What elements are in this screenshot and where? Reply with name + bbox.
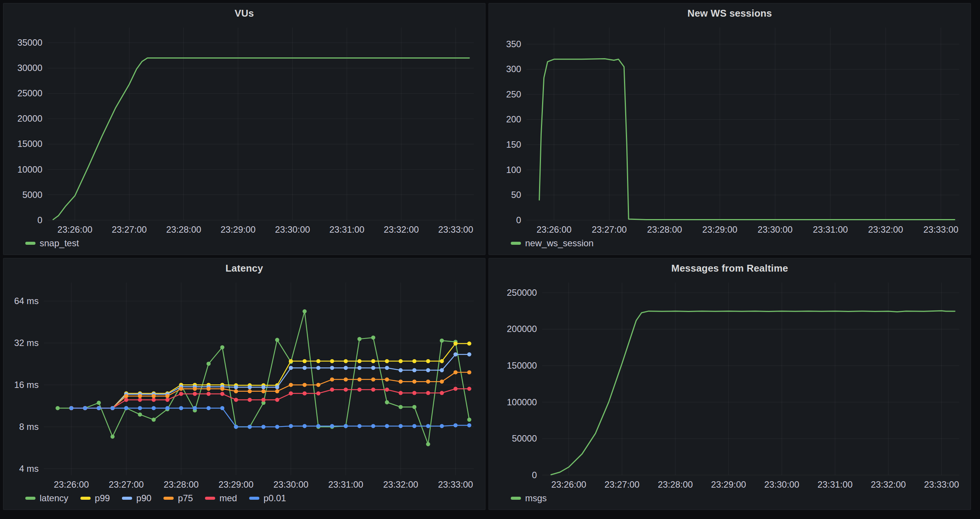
svg-text:8 ms: 8 ms [19,422,39,432]
grafana-dashboard: VUs 050001000015000200002500030000350002… [0,0,974,513]
legend-vus: snap_test [3,238,485,255]
svg-text:23:26:00: 23:26:00 [57,225,92,235]
svg-text:23:26:00: 23:26:00 [551,480,586,490]
panel-latency: Latency 4 ms8 ms16 ms32 ms64 ms23:26:002… [3,258,485,510]
legend-item-p99[interactable]: p99 [80,493,110,503]
svg-text:23:30:00: 23:30:00 [275,225,310,235]
legend-label: p0.01 [264,493,286,503]
svg-text:32 ms: 32 ms [14,338,38,348]
svg-text:50: 50 [511,190,521,200]
svg-text:50000: 50000 [512,433,537,444]
svg-text:23:27:00: 23:27:00 [592,225,627,235]
svg-text:300: 300 [506,64,521,74]
panel-title-new-ws-sessions[interactable]: New WS sessions [489,3,970,23]
legend-swatch-icon [25,497,35,500]
panel-title-latency[interactable]: Latency [3,259,485,278]
svg-text:15000: 15000 [18,139,42,149]
svg-text:23:29:00: 23:29:00 [221,225,256,235]
legend-item-snap-test[interactable]: snap_test [25,238,79,249]
svg-text:23:32:00: 23:32:00 [384,225,419,235]
svg-text:35000: 35000 [18,37,42,48]
legend-swatch-icon [205,497,215,500]
legend-label: p99 [95,493,110,503]
legend-item-med[interactable]: med [205,493,237,503]
svg-text:30000: 30000 [18,63,42,73]
svg-text:23:32:00: 23:32:00 [383,480,418,490]
legend-item-latency[interactable]: latency [25,493,68,503]
legend-swatch-icon [164,497,173,500]
svg-text:23:29:00: 23:29:00 [702,225,737,235]
svg-text:0: 0 [516,215,521,225]
svg-text:250000: 250000 [507,287,537,298]
svg-text:200000: 200000 [507,324,537,334]
svg-text:23:31:00: 23:31:00 [818,480,853,490]
chart-vus[interactable]: 0500010000150002000025000300003500023:26… [3,23,485,238]
svg-text:150000: 150000 [507,360,537,370]
svg-text:5000: 5000 [22,190,42,200]
svg-text:23:31:00: 23:31:00 [813,225,848,235]
svg-text:150: 150 [506,139,521,150]
svg-text:23:30:00: 23:30:00 [764,480,800,490]
legend-swatch-icon [511,242,521,245]
svg-text:23:31:00: 23:31:00 [328,480,364,490]
svg-text:23:27:00: 23:27:00 [109,480,144,490]
svg-text:100000: 100000 [507,397,537,407]
svg-text:16 ms: 16 ms [14,380,38,390]
svg-text:23:28:00: 23:28:00 [166,225,201,235]
chart-new-ws-sessions[interactable]: 05010015020025030035023:26:0023:27:0023:… [489,23,970,238]
chart-messages-from-realtime[interactable]: 05000010000015000020000025000023:26:0023… [489,278,970,493]
svg-text:23:29:00: 23:29:00 [219,480,254,490]
legend-swatch-icon [511,497,521,500]
svg-text:23:33:00: 23:33:00 [438,480,473,490]
svg-text:350: 350 [506,39,521,49]
svg-text:0: 0 [37,215,42,225]
svg-text:200: 200 [506,114,521,124]
legend-swatch-icon [25,242,35,245]
legend-swatch-icon [249,497,259,500]
legend-label: new_ws_session [525,238,593,249]
panel-messages-from-realtime: Messages from Realtime 05000010000015000… [488,258,971,510]
svg-text:20000: 20000 [18,113,42,123]
svg-text:10000: 10000 [18,164,42,174]
legend-item-p90[interactable]: p90 [122,493,151,503]
panel-title-vus[interactable]: VUs [3,3,485,23]
svg-text:23:26:00: 23:26:00 [54,480,89,490]
legend-new-ws-sessions: new_ws_session [489,238,970,255]
legend-item-new-ws-session[interactable]: new_ws_session [511,238,593,249]
legend-label: med [220,493,237,503]
svg-text:64 ms: 64 ms [14,296,38,306]
legend-item-p75[interactable]: p75 [164,493,193,503]
svg-text:250: 250 [506,89,521,99]
legend-item-msgs[interactable]: msgs [511,493,547,503]
svg-text:0: 0 [532,470,537,480]
legend-label: p75 [178,493,193,503]
svg-text:23:26:00: 23:26:00 [536,225,571,235]
legend-label: latency [40,493,68,503]
svg-text:23:33:00: 23:33:00 [438,225,473,235]
legend-label: msgs [525,493,547,503]
legend-label: snap_test [40,238,79,249]
legend-swatch-icon [80,497,91,500]
svg-text:100: 100 [506,165,521,175]
svg-text:23:30:00: 23:30:00 [758,225,793,235]
legend-messages-from-realtime: msgs [489,493,970,509]
legend-latency: latencyp99p90p75medp0.01 [3,493,485,509]
svg-text:23:27:00: 23:27:00 [112,225,147,235]
panel-new-ws-sessions: New WS sessions 05010015020025030035023:… [488,3,971,255]
svg-text:23:32:00: 23:32:00 [871,480,906,490]
chart-latency[interactable]: 4 ms8 ms16 ms32 ms64 ms23:26:0023:27:002… [3,278,485,493]
svg-text:4 ms: 4 ms [19,463,39,474]
svg-text:23:32:00: 23:32:00 [868,225,904,235]
svg-text:23:28:00: 23:28:00 [658,480,693,490]
legend-swatch-icon [122,497,132,500]
svg-text:23:28:00: 23:28:00 [164,480,199,490]
svg-text:23:29:00: 23:29:00 [711,480,746,490]
legend-label: p90 [136,493,151,503]
svg-text:23:33:00: 23:33:00 [923,225,958,235]
svg-text:23:31:00: 23:31:00 [329,225,364,235]
panel-vus: VUs 050001000015000200002500030000350002… [3,3,485,255]
panel-title-messages-from-realtime[interactable]: Messages from Realtime [489,259,970,278]
svg-text:23:33:00: 23:33:00 [924,480,959,490]
legend-item-p0-01[interactable]: p0.01 [249,493,286,503]
svg-text:23:27:00: 23:27:00 [605,480,640,490]
